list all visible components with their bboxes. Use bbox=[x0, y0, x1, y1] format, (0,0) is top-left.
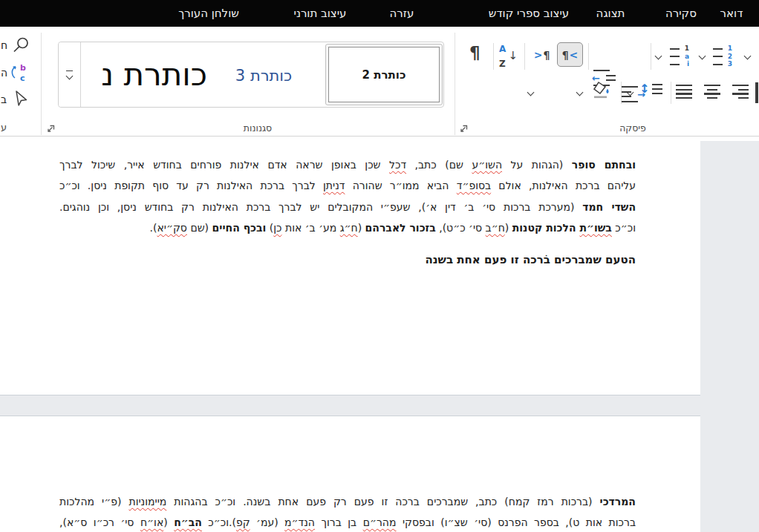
misspelled-word: סק״יא bbox=[157, 222, 187, 234]
text-line: עליהם ברכת האילנות, אולם בסופ״ד הביא ממו… bbox=[59, 175, 636, 196]
menu-tab[interactable]: עיצוב ספרי קודש bbox=[489, 0, 569, 27]
align-center-button[interactable] bbox=[704, 85, 720, 99]
menu-tab[interactable]: עיצוב תורני bbox=[294, 0, 347, 27]
menu-tab[interactable]: סקירה bbox=[665, 0, 697, 27]
styles-gallery: כותרת נ כותרת 3 כותרת 2 bbox=[58, 42, 444, 108]
select-label-partial: ב bbox=[1, 93, 7, 105]
rtl-direction-button-active[interactable]: ¶< bbox=[557, 42, 583, 67]
misspelled-word: או״ח bbox=[140, 516, 163, 528]
paragraph-dialog-launcher[interactable] bbox=[459, 122, 468, 137]
text-line: ברכות אות ט), בספר הפרנס (סי׳ שצ״ו) ובפס… bbox=[59, 512, 636, 532]
menu-tab[interactable]: שולחן העורך bbox=[178, 0, 239, 27]
style-item-title[interactable]: כותרת נ bbox=[82, 42, 210, 107]
misspelled-word: כן bbox=[273, 222, 281, 234]
misspelled-word: הנד״מ bbox=[284, 516, 315, 528]
menu-tab[interactable]: דואר bbox=[720, 0, 743, 27]
text-run: (שם bbox=[187, 222, 212, 234]
text-run: ובכף החיים bbox=[212, 222, 267, 234]
styles-dialog-launcher[interactable] bbox=[46, 122, 55, 137]
justify-button[interactable] bbox=[676, 85, 692, 99]
editing-group-label-partial: ע bbox=[1, 122, 7, 133]
text-run: עליהם ברכת האילנות, אולם bbox=[491, 180, 636, 191]
text-run: בזכור לאברהם bbox=[365, 222, 436, 234]
align-button[interactable] bbox=[732, 85, 749, 99]
dialog-launcher-icon bbox=[459, 125, 468, 134]
button-divider bbox=[671, 82, 671, 104]
find-label-partial: ח bbox=[1, 39, 7, 51]
text-run: ).וכ״כ bbox=[202, 516, 236, 528]
document-heading: הטעם שמברכים בֹרכה זו פעם אחת בשנה bbox=[425, 253, 636, 266]
text-run: (מערכת ברכות סי׳ ב׳ דין א׳), שעפ״י המקוב… bbox=[59, 201, 582, 213]
sort-icon: A bbox=[499, 44, 506, 54]
text-run: שכן באופן שראה אדם אילנות פורחים בחודש א… bbox=[59, 159, 389, 171]
style-item-heading3[interactable]: כותרת 3 bbox=[227, 65, 301, 86]
text-run: ובחתם סופר bbox=[572, 159, 636, 171]
styles-gallery-more-button[interactable] bbox=[59, 42, 81, 107]
gallery-more-icon bbox=[66, 70, 73, 79]
menu-tab[interactable]: תצוגה bbox=[596, 0, 625, 27]
text-run: ( bbox=[358, 222, 365, 234]
button-divider bbox=[524, 43, 525, 70]
text-run: ברכות אות ט), בספר הפרנס (סי׳ שצ״ו) ובפס… bbox=[397, 516, 636, 528]
cursor-icon bbox=[12, 89, 28, 108]
line-spacing-button[interactable]: ↕ bbox=[639, 83, 662, 95]
shading-button[interactable] bbox=[592, 80, 613, 102]
text-run: שם) כתב, bbox=[406, 159, 472, 171]
text-run: סי׳ כ״ט), bbox=[436, 222, 486, 234]
document-page-2[interactable]: המרדכי (ברכות רמז קמח) כתב, שמברכים ברכה… bbox=[0, 416, 700, 532]
text-run: השדי חמד bbox=[582, 201, 636, 213]
replace-icon: b c bbox=[9, 62, 28, 83]
style-item-heading2-label: כותרת 2 bbox=[328, 47, 440, 102]
document-page-1[interactable]: ובחתם סופר (הגהות על השו״ע שם) כתב, דכל … bbox=[0, 137, 700, 395]
rtl-direction-icon: < bbox=[570, 49, 579, 61]
show-paragraph-marks-button[interactable]: ¶ bbox=[469, 45, 481, 62]
replace-button[interactable]: b c bbox=[9, 62, 28, 86]
text-line: השדי חמד (מערכת ברכות סי׳ ב׳ דין א׳), שע… bbox=[59, 197, 636, 217]
text-line: וכ״כ בשו״ת הלכות קטנות (ח״ב סי׳ כ״ט), בז… bbox=[59, 217, 636, 238]
select-button[interactable] bbox=[12, 89, 28, 111]
misspelled-word: בשו״ת bbox=[579, 222, 611, 234]
dialog-launcher-icon bbox=[46, 125, 55, 134]
style-item-heading2-selected[interactable]: כותרת 2 bbox=[325, 44, 443, 105]
bullets-dropdown-chevron-icon[interactable] bbox=[655, 53, 662, 60]
text-run: (עמ׳ bbox=[250, 516, 284, 528]
borders-dropdown-chevron-icon[interactable] bbox=[576, 89, 584, 96]
text-run: מע׳ ב׳ אות bbox=[282, 222, 340, 234]
text-run: הלכות קטנות bbox=[512, 222, 580, 234]
misspelled-word: ח״ב bbox=[486, 222, 505, 234]
numbering-dropdown-chevron-icon[interactable] bbox=[744, 53, 752, 60]
misspelled-word: דכל bbox=[389, 159, 406, 171]
pilcrow-icon: ¶ bbox=[469, 43, 481, 62]
borders-extra-chevron-icon[interactable] bbox=[527, 89, 535, 96]
text-run: ( bbox=[163, 516, 174, 528]
paragraph-group-label: פיסקה bbox=[579, 122, 686, 134]
menu-tab[interactable]: עזרה bbox=[390, 0, 414, 27]
ribbon: ח ה b c ב ע bbox=[0, 27, 759, 137]
text-run: לברך ברכת האילנות רק עד סוף תקופת ניסן. … bbox=[59, 180, 323, 191]
paint-bucket-icon bbox=[592, 80, 613, 99]
ltr-direction-button[interactable]: >¶ bbox=[529, 42, 555, 67]
svg-text:b: b bbox=[20, 63, 26, 73]
numbered-list-button[interactable]: 1 2 3 bbox=[713, 45, 732, 68]
word-window: דוארסקירהתצוגהעיצוב ספרי קודשעזרהעיצוב ת… bbox=[0, 0, 759, 532]
button-divider bbox=[493, 43, 494, 70]
styles-group-label: סגנונות bbox=[206, 122, 310, 134]
ltr-direction-icon: > bbox=[534, 49, 543, 61]
multilevel-list-button[interactable]: 1 a i bbox=[670, 45, 689, 68]
text-run: המרדכי bbox=[600, 496, 636, 508]
sort-button[interactable]: A Z ↓ bbox=[498, 45, 518, 68]
text-run: סי׳ רכ״ו ס״א), bbox=[59, 516, 140, 528]
text-run: הביא ממו״ר שהורה bbox=[345, 180, 456, 191]
text-line: ובחתם סופר (הגהות על השו״ע שם) כתב, דכל … bbox=[59, 154, 636, 175]
misspelled-word: בסופ״ד bbox=[457, 180, 491, 191]
margin-strip bbox=[700, 137, 759, 141]
misspelled-word: מהר״ם bbox=[363, 516, 397, 528]
svg-text:c: c bbox=[20, 73, 25, 83]
text-run: (פ״י מהלכות bbox=[59, 496, 128, 508]
find-button[interactable] bbox=[12, 36, 30, 57]
button-divider bbox=[621, 82, 622, 104]
button-divider bbox=[588, 43, 589, 70]
text-line: המרדכי (ברכות רמז קמח) כתב, שמברכים ברכה… bbox=[59, 491, 636, 512]
multilevel-dropdown-chevron-icon[interactable] bbox=[699, 53, 706, 60]
clipped-button-edge bbox=[755, 82, 758, 103]
